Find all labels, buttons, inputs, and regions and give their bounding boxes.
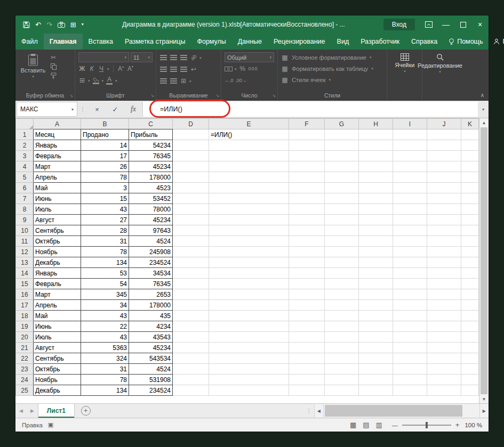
cell[interactable] [427,172,461,183]
cell[interactable] [359,375,393,385]
cell[interactable] [209,385,289,396]
cell[interactable] [393,236,427,247]
align-right-button[interactable] [180,67,187,72]
cell[interactable] [209,204,289,215]
cell[interactable]: 76345 [129,279,173,289]
cell[interactable]: 4523 [129,183,173,193]
percent-style-button[interactable]: % [239,66,246,72]
cell[interactable] [427,129,461,140]
close-button[interactable]: × [471,15,489,34]
column-header[interactable]: C [129,119,173,129]
column-header[interactable]: B [81,119,129,129]
tab-formulas[interactable]: Формулы [191,34,231,50]
cell[interactable] [427,225,461,236]
tab-review[interactable]: Рецензирование [268,34,331,50]
cell[interactable] [359,129,393,140]
cell[interactable] [461,236,479,247]
number-format-dropdown-icon[interactable]: ▾ [269,55,271,59]
column-header[interactable]: E [209,119,289,129]
cell[interactable] [427,300,461,311]
cell[interactable] [393,129,427,140]
cell[interactable]: Июнь [34,193,81,204]
cell[interactable] [325,353,359,364]
decrease-font-size-button[interactable]: А▾ [127,66,134,72]
cell[interactable] [325,172,359,183]
cell[interactable] [173,151,209,161]
cell[interactable] [209,279,289,289]
zoom-level[interactable]: 100 % [465,422,482,428]
cell[interactable] [209,257,289,268]
cell[interactable] [461,332,479,343]
touch-mode-button[interactable]: ⊞ [70,21,76,28]
cell[interactable] [393,311,427,321]
cell[interactable] [359,364,393,375]
cell[interactable]: 178000 [129,300,173,311]
cell[interactable] [359,343,393,353]
cell[interactable] [359,300,393,311]
cell[interactable]: Август [34,343,81,353]
cell[interactable]: 43 [81,204,129,215]
cell[interactable] [289,279,325,289]
cell[interactable] [427,375,461,385]
cell[interactable] [427,204,461,215]
minimize-button[interactable]: — [437,15,454,34]
cell[interactable] [325,236,359,247]
font-color-button[interactable]: А [106,76,113,85]
cell[interactable] [209,236,289,247]
cell[interactable]: 14 [81,140,129,151]
borders-dropdown-icon[interactable]: ▾ [88,79,90,83]
cell[interactable] [209,321,289,332]
cell[interactable] [209,183,289,193]
cell[interactable]: 45234 [129,343,173,353]
undo-button[interactable]: ↶ [35,21,41,28]
cell[interactable] [173,321,209,332]
cell[interactable]: Май [34,183,81,193]
cell[interactable] [359,140,393,151]
cell[interactable] [209,332,289,343]
cell[interactable]: 54234 [129,140,173,151]
tab-developer[interactable]: Разработчик [355,34,405,50]
cell[interactable] [427,279,461,289]
cell[interactable]: 78 [81,172,129,183]
row-header[interactable]: 15 [16,279,34,289]
cell[interactable] [173,385,209,396]
cell[interactable]: Февраль [34,151,81,161]
cell[interactable]: Апрель [34,172,81,183]
cell[interactable]: Март [34,289,81,300]
cell[interactable] [359,193,393,204]
cell[interactable] [289,353,325,364]
redo-button[interactable]: ↷ [46,21,52,28]
cell[interactable] [325,215,359,225]
cell[interactable] [427,364,461,375]
cell[interactable] [461,343,479,353]
cell[interactable] [393,140,427,151]
share-button[interactable]: Поделиться [488,34,504,50]
cell[interactable] [359,172,393,183]
cell[interactable] [427,257,461,268]
cell[interactable] [289,268,325,279]
cell[interactable]: Сентябрь [34,353,81,364]
macro-record-button[interactable]: ▣ [48,421,53,428]
cell[interactable] [427,236,461,247]
cell[interactable] [393,279,427,289]
cell[interactable] [209,225,289,236]
cell[interactable]: 234524 [129,257,173,268]
cell[interactable]: Октябрь [34,364,81,375]
cell[interactable] [461,321,479,332]
cell[interactable] [427,343,461,353]
cell[interactable] [289,183,325,193]
cell[interactable]: Сентябрь [34,225,81,236]
scroll-down-icon[interactable]: ▼ [482,395,486,403]
cell[interactable] [393,204,427,215]
cell[interactable] [393,364,427,375]
cell[interactable] [461,257,479,268]
cell[interactable]: 435 [129,311,173,321]
paste-button[interactable]: Вставить ▾ [19,52,47,79]
row-header[interactable]: 6 [16,183,34,193]
cell[interactable] [209,268,289,279]
row-header[interactable]: 1 [16,129,34,140]
cell[interactable] [325,332,359,343]
cell[interactable] [359,247,393,257]
row-header[interactable]: 3 [16,151,34,161]
cell[interactable] [461,161,479,172]
